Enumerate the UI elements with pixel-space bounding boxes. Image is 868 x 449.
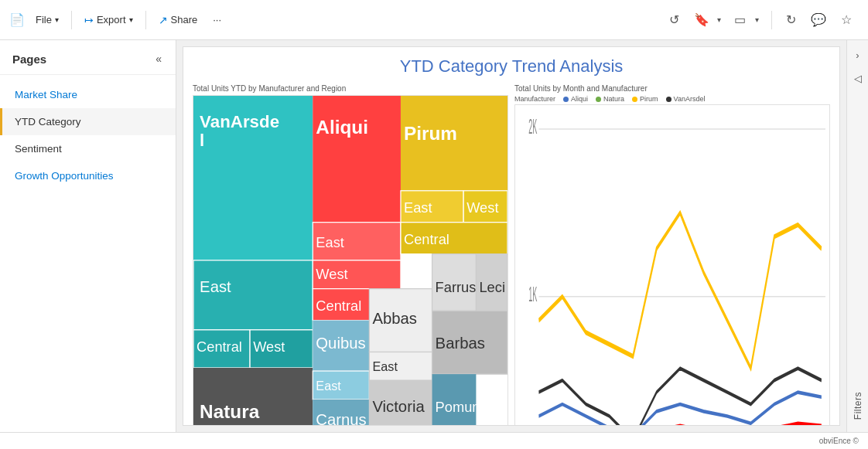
file-icon: 📄 <box>9 12 25 27</box>
svg-text:VanArsde: VanArsde <box>200 112 279 131</box>
toolbar: 📄 File ▾ ↦ Export ▾ ↗ Share ··· ↺ 🔖 ▾ ▭ … <box>0 0 868 40</box>
panel-collapse-button[interactable]: › <box>849 46 866 63</box>
window-chevron-icon: ▾ <box>755 15 759 24</box>
share-icon: ↗ <box>159 14 168 26</box>
svg-rect-3 <box>193 260 313 330</box>
export-label: Export <box>97 14 126 26</box>
chart2-legend: Manufacturer Aliqui Natura Pirum <box>514 95 830 103</box>
refresh-button[interactable]: ↻ <box>778 8 803 32</box>
comment-icon: 💬 <box>811 12 826 27</box>
sidebar-item-label-ytd-category: YTD Category <box>15 116 81 128</box>
legend-pirum: Pirum <box>632 95 658 103</box>
brand-label: obviEnce © <box>819 437 859 445</box>
svg-text:Carnus: Carnus <box>316 411 366 426</box>
collapse-icon: « <box>155 53 162 65</box>
line-chart-svg: 2K 1K 0K <box>515 105 829 426</box>
right-panel: › ◁ Filters <box>846 40 868 432</box>
svg-text:East: East <box>316 379 341 393</box>
svg-text:1K: 1K <box>528 281 537 305</box>
charts-grid: Total Units YTD by Manufacturer and Regi… <box>183 81 839 426</box>
svg-text:l: l <box>200 131 204 150</box>
export-icon: ↦ <box>84 14 94 26</box>
chart1-title: Total Units YTD by Manufacturer and Regi… <box>193 84 508 93</box>
export-chevron-icon: ▾ <box>129 15 133 24</box>
bookmark-button[interactable]: 🔖 <box>689 8 714 32</box>
sidebar-item-label-sentiment: Sentiment <box>15 143 62 155</box>
svg-text:West: West <box>253 338 285 355</box>
share-button[interactable]: ↗ Share <box>152 11 204 29</box>
svg-text:Victoria: Victoria <box>372 398 425 415</box>
sidebar-collapse-button[interactable]: « <box>154 51 163 66</box>
svg-text:West: West <box>316 266 347 282</box>
svg-text:Quibus: Quibus <box>316 335 365 352</box>
undo-icon: ↺ <box>669 12 679 27</box>
sidebar-item-label-market-share: Market Share <box>15 89 77 100</box>
svg-text:East: East <box>404 199 432 216</box>
svg-text:West: West <box>466 199 498 216</box>
report-page: YTD Category Trend Analysis Total Units … <box>183 46 840 426</box>
bookmark-chevron-icon: ▾ <box>717 15 721 24</box>
natura-dot <box>596 97 601 102</box>
aliqui-label: Aliqui <box>571 95 588 103</box>
panel-collapse-icon: › <box>856 49 859 61</box>
legend-aliqui: Aliqui <box>563 95 588 103</box>
svg-text:Central: Central <box>404 231 449 247</box>
legend-manufacturer-label: Manufacturer <box>514 95 555 103</box>
filters-label[interactable]: Filters <box>853 392 863 420</box>
sidebar-item-ytd-category[interactable]: YTD Category <box>0 108 176 135</box>
svg-text:Central: Central <box>196 338 242 355</box>
sidebar-item-label-growth-opportunities: Growth Opportunities <box>15 170 114 182</box>
star-icon: ☆ <box>841 12 852 27</box>
panel-sound-icon: ◁ <box>854 73 862 84</box>
undo-button[interactable]: ↺ <box>661 8 686 32</box>
sidebar-header: Pages « <box>0 40 176 75</box>
svg-text:Pomum: Pomum <box>436 399 484 415</box>
toolbar-sep-2 <box>145 11 146 29</box>
page-title: YTD Category Trend Analysis <box>183 47 839 81</box>
svg-text:Barbas: Barbas <box>436 335 485 352</box>
svg-text:Pirum: Pirum <box>404 123 457 144</box>
panel-sound-button[interactable]: ◁ <box>849 70 866 87</box>
bottom-bar: obviEnce © <box>0 432 868 449</box>
svg-text:Natura: Natura <box>200 401 260 422</box>
svg-text:East: East <box>316 234 344 250</box>
sidebar: Pages « Market Share YTD Category Sentim… <box>0 40 176 432</box>
file-label: File <box>36 14 52 26</box>
file-chevron-icon: ▾ <box>55 15 59 24</box>
natura-label: Natura <box>603 95 624 103</box>
star-button[interactable]: ☆ <box>834 8 859 32</box>
window-button[interactable]: ▭ <box>727 8 752 32</box>
aliqui-dot <box>563 97 569 102</box>
main-area: Pages « Market Share YTD Category Sentim… <box>0 40 868 432</box>
sidebar-items: Market Share YTD Category Sentiment Grow… <box>0 75 176 196</box>
chart2-title: Total Units by Month and Manufacturer <box>514 84 830 93</box>
sidebar-title: Pages <box>12 53 46 66</box>
export-button[interactable]: ↦ Export ▾ <box>78 11 139 29</box>
svg-text:Farrus: Farrus <box>436 279 477 295</box>
toolbar-sep-3 <box>771 11 772 29</box>
svg-text:Aliqui: Aliqui <box>316 117 368 138</box>
share-label: Share <box>171 14 198 26</box>
sidebar-item-growth-opportunities[interactable]: Growth Opportunities <box>0 162 176 189</box>
sidebar-item-market-share[interactable]: Market Share <box>0 81 176 108</box>
comment-button[interactable]: 💬 <box>806 8 831 32</box>
chart1-body[interactable]: VanArsde l East Central West <box>193 95 508 426</box>
toolbar-sep-1 <box>71 11 72 29</box>
pirum-label: Pirum <box>640 95 658 103</box>
window-icon: ▭ <box>734 12 746 27</box>
chart2-body[interactable]: 2K 1K 0K <box>514 104 830 426</box>
svg-rect-17 <box>313 96 401 223</box>
legend-vanarsdel: VanArsdel <box>666 95 706 103</box>
svg-text:East: East <box>372 359 398 373</box>
canvas-area: YTD Category Trend Analysis Total Units … <box>176 40 846 432</box>
sidebar-item-sentiment[interactable]: Sentiment <box>0 135 176 162</box>
vanarsdel-dot <box>666 97 672 102</box>
more-button[interactable]: ··· <box>207 11 227 29</box>
refresh-icon: ↻ <box>786 12 796 27</box>
svg-text:2K: 2K <box>528 114 537 138</box>
bookmark-icon: 🔖 <box>694 12 709 27</box>
chart1-container: Total Units YTD by Manufacturer and Regi… <box>190 81 511 426</box>
svg-text:East: East <box>200 278 231 295</box>
more-label: ··· <box>213 14 221 26</box>
file-button[interactable]: File ▾ <box>29 11 65 29</box>
